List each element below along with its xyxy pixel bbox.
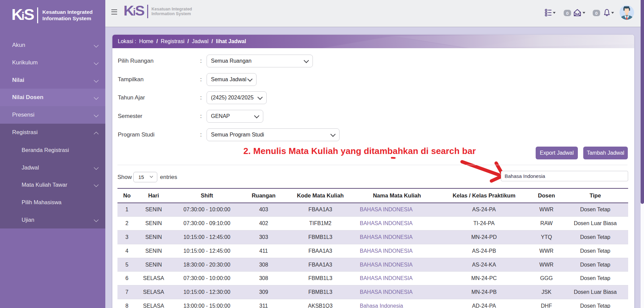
svg-text:0: 0 bbox=[595, 11, 598, 16]
svg-text:0: 0 bbox=[566, 11, 569, 16]
